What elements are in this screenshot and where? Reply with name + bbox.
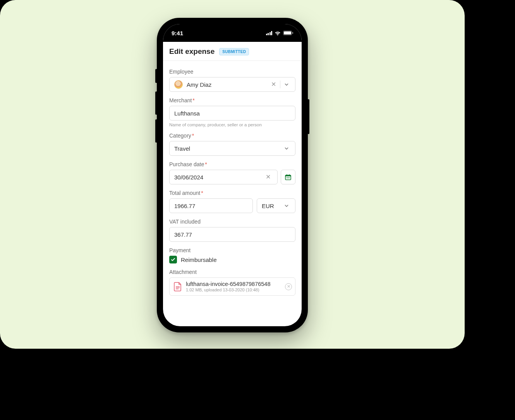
svg-rect-11 <box>176 287 180 288</box>
currency-select[interactable]: EUR <box>257 198 295 213</box>
chevron-down-icon[interactable] <box>280 82 290 87</box>
required-indicator: * <box>201 190 203 196</box>
required-indicator: * <box>205 161 207 167</box>
attachment-meta: 1.02 MB, uploaded 13-03-2020 (10:48) <box>186 287 291 292</box>
phone-volume-down <box>155 119 157 143</box>
svg-rect-6 <box>289 174 290 176</box>
svg-rect-10 <box>176 286 180 287</box>
reimbursable-label: Reimbursable <box>181 256 217 263</box>
cellular-signal-icon <box>266 31 273 35</box>
phone-volume-up <box>155 91 157 115</box>
svg-rect-8 <box>288 177 288 178</box>
status-badge: SUBMITTED <box>219 48 249 55</box>
phone-notch <box>200 24 265 36</box>
attachment-item[interactable]: lufthansa-invoice-6549879876548 1.02 MB,… <box>169 277 295 296</box>
status-time: 9:41 <box>172 30 183 36</box>
total-amount-label: Total amount* <box>169 190 295 196</box>
attachment-filename: lufthansa-invoice-6549879876548 <box>186 281 291 287</box>
date-clear-icon[interactable]: ✕ <box>262 174 275 180</box>
svg-rect-1 <box>284 31 291 34</box>
vat-input[interactable] <box>169 227 295 242</box>
svg-rect-5 <box>287 174 287 176</box>
merchant-helper-text: Name of company, producer, seller or a p… <box>169 122 295 127</box>
purchase-date-label: Purchase date* <box>169 161 295 167</box>
phone-silent-switch <box>155 69 157 83</box>
currency-value: EUR <box>262 203 274 209</box>
employee-avatar <box>174 80 183 89</box>
calendar-button[interactable] <box>281 170 295 184</box>
wifi-icon <box>275 31 281 35</box>
file-icon <box>173 282 182 292</box>
chevron-down-icon[interactable] <box>280 203 290 208</box>
page-header: Edit expense SUBMITTED <box>163 42 302 61</box>
employee-label: Employee <box>169 69 295 75</box>
page-title: Edit expense <box>169 47 215 56</box>
required-indicator: * <box>192 97 194 103</box>
reimbursable-checkbox[interactable] <box>169 256 177 263</box>
category-value: Travel <box>174 145 190 152</box>
merchant-label: Merchant* <box>169 97 295 103</box>
attachment-label: Attachment <box>169 269 295 275</box>
battery-icon <box>283 31 293 35</box>
required-indicator: * <box>192 133 194 139</box>
vat-label: VAT included <box>169 219 295 225</box>
svg-rect-2 <box>292 32 293 34</box>
payment-label: Payment <box>169 247 295 253</box>
expense-form: Employee Amy Diaz ✕ <box>163 61 302 296</box>
category-label: Category* <box>169 133 295 139</box>
svg-rect-7 <box>287 177 287 178</box>
svg-rect-4 <box>285 175 291 176</box>
employee-clear-icon[interactable]: ✕ <box>267 81 280 88</box>
attachment-remove-icon[interactable]: ✕ <box>285 283 292 290</box>
phone-frame: 9:41 Edit expense SUBMITTED Employee <box>157 18 308 332</box>
phone-power-button <box>307 99 309 134</box>
chevron-down-icon[interactable] <box>280 146 290 151</box>
employee-value: Amy Diaz <box>187 81 211 88</box>
purchase-date-input[interactable] <box>169 170 278 184</box>
merchant-input[interactable] <box>169 106 295 120</box>
category-select[interactable]: Travel <box>169 141 295 156</box>
svg-rect-9 <box>289 177 290 178</box>
check-icon <box>171 257 175 262</box>
employee-select[interactable]: Amy Diaz ✕ <box>169 77 295 92</box>
svg-rect-12 <box>176 289 179 289</box>
total-amount-input[interactable] <box>169 198 253 213</box>
phone-screen: 9:41 Edit expense SUBMITTED Employee <box>163 24 302 326</box>
calendar-icon <box>285 174 292 181</box>
